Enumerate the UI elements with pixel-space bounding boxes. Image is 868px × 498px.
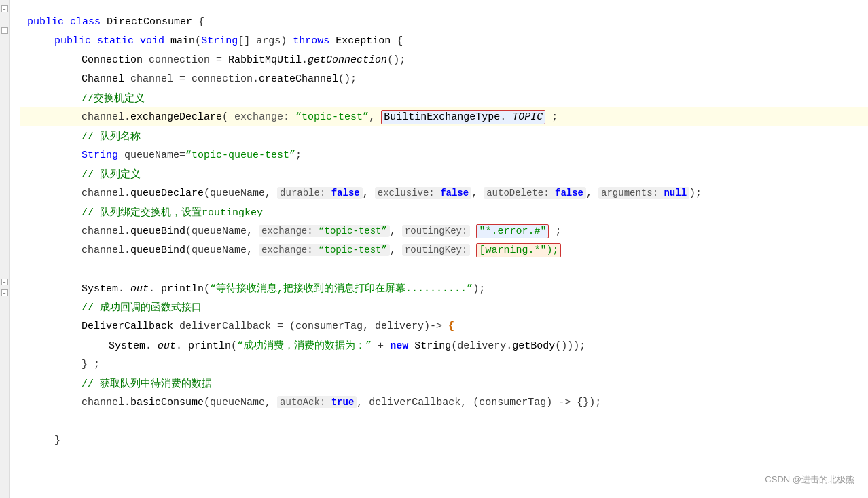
code-editor: − − − − public class DirectConsumer { pu…	[0, 0, 868, 498]
line-content-10: channel.queueDeclare(queueName, durable:…	[20, 188, 868, 199]
line-content-blank2	[20, 416, 868, 427]
code-line-2: public static void main(String[] args) t…	[20, 31, 868, 50]
line-content-18: System. out. println(“成功消费，消费的数据为：” + ne…	[20, 339, 868, 352]
line-content-blank1	[20, 264, 868, 275]
code-line-blank1	[20, 260, 868, 279]
code-line-6: channel.exchangeDeclare( exchange: “topi…	[20, 107, 868, 126]
code-line-13: channel.queueBind(queueName, exchange: “…	[20, 241, 868, 260]
line-content-1: public class DirectConsumer {	[20, 16, 868, 28]
line-content-21: channel.basicConsume(queueName, autoAck:…	[20, 397, 868, 408]
fold-icon-1[interactable]: −	[1, 5, 8, 12]
code-line-9: // 队列定义	[20, 164, 868, 183]
code-line-19: } ;	[20, 355, 868, 374]
code-line-3: Connection connection = RabbitMqUtil.get…	[20, 50, 868, 69]
exchange-type-highlight: BuiltinExchangeType. TOPIC	[381, 110, 545, 124]
code-line-11: // 队列绑定交换机，设置routingkey	[20, 202, 868, 221]
line-content-16: // 成功回调的函数式接口	[20, 301, 868, 314]
line-content-9: // 队列定义	[20, 168, 868, 181]
code-line-4: Channel channel = connection.createChann…	[20, 69, 868, 88]
code-gutter: − − − −	[0, 0, 10, 498]
line-content-2: public static void main(String[] args) t…	[20, 35, 868, 47]
code-line-8: String queueName=“topic-queue-test”;	[20, 145, 868, 164]
line-content-20: // 获取队列中待消费的数据	[20, 377, 868, 390]
watermark: CSDN @进击的北极熊	[765, 474, 854, 486]
line-content-12: channel.queueBind(queueName, exchange: “…	[20, 226, 868, 237]
routing-key-2-highlight: [warning.*");	[476, 243, 561, 257]
line-content-17: DeliverCallback deliverCallback = (consu…	[20, 321, 868, 332]
code-line-1: public class DirectConsumer {	[20, 12, 868, 31]
line-content-3: Connection connection = RabbitMqUtil.get…	[20, 54, 868, 66]
code-line-10: channel.queueDeclare(queueName, durable:…	[20, 183, 868, 202]
code-line-17: DeliverCallback deliverCallback = (consu…	[20, 317, 868, 336]
code-line-18: System. out. println(“成功消费，消费的数据为：” + ne…	[20, 336, 868, 355]
fold-icon-4[interactable]: −	[1, 289, 8, 296]
routing-key-1-highlight: "*.error.#"	[476, 224, 549, 238]
line-content-11: // 队列绑定交换机，设置routingkey	[20, 206, 868, 219]
code-line-20: // 获取队列中待消费的数据	[20, 374, 868, 393]
line-content-19: } ;	[20, 359, 868, 370]
fold-icon-3[interactable]: −	[1, 279, 8, 285]
line-content-8: String queueName=“topic-queue-test”;	[20, 149, 868, 161]
code-line-5: //交换机定义	[20, 88, 868, 107]
fold-icon-2[interactable]: −	[1, 27, 8, 34]
line-content-6: channel.exchangeDeclare( exchange: “topi…	[20, 111, 868, 123]
code-line-21: channel.basicConsume(queueName, autoAck:…	[20, 393, 868, 412]
line-content-15: System. out. println(“等待接收消息,把接收到的消息打印在屏…	[20, 282, 868, 295]
line-content-22: }	[20, 435, 868, 446]
code-line-16: // 成功回调的函数式接口	[20, 298, 868, 317]
line-content-7: // 队列名称	[20, 130, 868, 143]
line-content-4: Channel channel = connection.createChann…	[20, 73, 868, 85]
code-line-22: }	[20, 431, 868, 450]
code-line-15: System. out. println(“等待接收消息,把接收到的消息打印在屏…	[20, 279, 868, 298]
code-line-7: // 队列名称	[20, 126, 868, 145]
line-content-13: channel.queueBind(queueName, exchange: “…	[20, 245, 868, 256]
code-line-12: channel.queueBind(queueName, exchange: “…	[20, 221, 868, 241]
line-content-5: //交换机定义	[20, 92, 868, 105]
code-line-blank2	[20, 412, 868, 431]
